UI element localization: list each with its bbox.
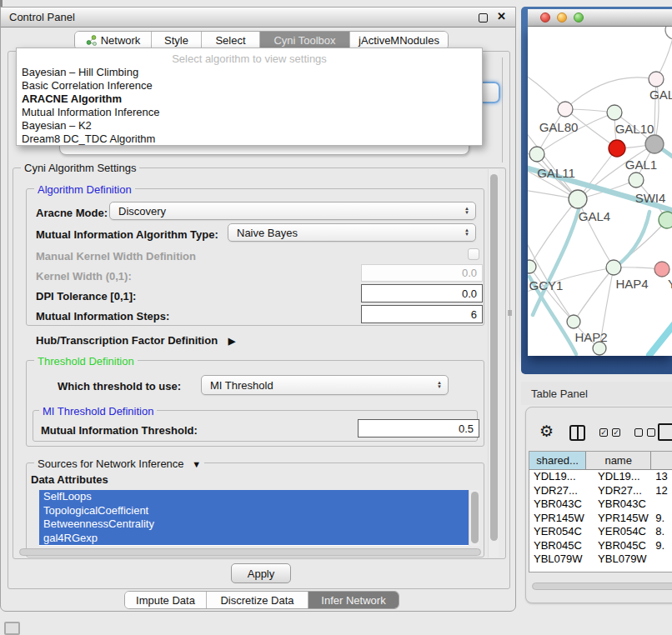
minimize-traffic-light[interactable] bbox=[557, 12, 567, 22]
network-edge[interactable] bbox=[533, 207, 579, 315]
mi-threshold-input[interactable]: 0.5 bbox=[358, 419, 479, 438]
table-cell: YLR345W bbox=[586, 567, 651, 569]
tab-cyni-toolbox[interactable]: Cyni Toolbox bbox=[260, 32, 350, 49]
network-node[interactable] bbox=[569, 190, 587, 208]
mi-type-select[interactable]: Naive Bayes ▲▼ bbox=[228, 223, 476, 242]
tab-select-label: Select bbox=[215, 34, 245, 47]
algorithm-option[interactable]: ARACNE Algorithm bbox=[17, 92, 482, 106]
tab-jactivemnodules[interactable]: jActiveMNodules bbox=[350, 32, 448, 49]
mi-type-value: Naive Bayes bbox=[237, 227, 298, 239]
column-header-name[interactable]: name bbox=[586, 452, 651, 469]
network-node[interactable] bbox=[607, 105, 622, 120]
network-node-label: SWI4 bbox=[635, 191, 666, 205]
deselect-all-checkbox-icon[interactable] bbox=[634, 428, 643, 437]
settings-vertical-scrollbar[interactable] bbox=[488, 169, 499, 558]
network-node[interactable] bbox=[629, 172, 644, 188]
tab-network-label: Network bbox=[101, 34, 141, 47]
mi-steps-input[interactable]: 6 bbox=[361, 305, 483, 323]
attributes-scrollbar-thumb[interactable] bbox=[471, 492, 479, 543]
network-node[interactable] bbox=[659, 212, 672, 228]
tab-select[interactable]: Select bbox=[202, 32, 260, 49]
dock-panel-icon[interactable] bbox=[4, 622, 20, 635]
tab-style-label: Style bbox=[164, 34, 188, 47]
sources-group-title[interactable]: Sources for Network Inference ▼ bbox=[34, 458, 204, 470]
network-edge[interactable] bbox=[528, 128, 578, 199]
table-row[interactable]: YER054CYER054C8. bbox=[529, 525, 672, 539]
settings-horizontal-scrollbar[interactable] bbox=[19, 548, 481, 556]
network-node-label: GAL11 bbox=[537, 166, 575, 180]
network-node[interactable] bbox=[606, 260, 621, 275]
algorithm-option[interactable]: Dream8 DC_TDC Algorithm bbox=[17, 132, 482, 146]
column-header-partial[interactable] bbox=[651, 452, 672, 469]
table-row[interactable]: YBR045CYBR045C9. bbox=[529, 539, 672, 553]
table-row[interactable]: YPR145WYPR145W9. bbox=[529, 512, 672, 526]
select-all-checkbox-icon[interactable]: ✓ bbox=[599, 428, 608, 437]
tab-infer-network[interactable]: Infer Network bbox=[308, 592, 399, 608]
network-node[interactable] bbox=[654, 262, 669, 277]
algorithm-combo-fragment[interactable] bbox=[483, 82, 500, 103]
table-row[interactable]: YBL079WYBL079W bbox=[529, 552, 672, 567]
algorithm-option[interactable]: Basic Correlation Inference bbox=[17, 79, 482, 92]
algorithm-option[interactable]: Bayesian – K2 bbox=[17, 119, 482, 132]
network-node[interactable] bbox=[558, 102, 573, 117]
network-node[interactable] bbox=[567, 315, 580, 328]
network-node[interactable] bbox=[609, 140, 625, 157]
network-node[interactable] bbox=[528, 260, 536, 273]
network-edge[interactable] bbox=[565, 78, 656, 109]
kernel-width-input[interactable]: 0.0 bbox=[361, 264, 483, 282]
column-header-shared-name[interactable]: shared... bbox=[529, 452, 586, 469]
tab-impute-data[interactable]: Impute Data bbox=[125, 592, 207, 608]
select-all-checkbox-icon[interactable]: ✓ bbox=[612, 428, 620, 437]
settings-scrollbar-thumb[interactable] bbox=[490, 174, 498, 541]
attributes-list-scrollbar[interactable] bbox=[469, 490, 479, 546]
table-horizontal-scrollbar[interactable] bbox=[532, 582, 672, 590]
hub-definition-toggle[interactable]: Hub/Transcription Factor Definition ▶ bbox=[36, 334, 235, 347]
data-attributes-label: Data Attributes bbox=[31, 473, 108, 486]
table-cell: YPR145W bbox=[529, 512, 586, 526]
aracne-mode-value: Discovery bbox=[118, 205, 166, 218]
algorithm-option[interactable]: Bayesian – Hill Climbing bbox=[17, 66, 482, 79]
attribute-item-selected[interactable]: SelfLoops bbox=[39, 490, 469, 504]
table-panel-title: Table Panel bbox=[531, 388, 588, 400]
dpi-tolerance-input[interactable]: 0.0 bbox=[361, 284, 483, 302]
apply-button[interactable]: Apply bbox=[231, 563, 291, 583]
table-cell: YBL079W bbox=[586, 552, 651, 567]
aracne-mode-select[interactable]: Discovery ▲▼ bbox=[109, 202, 476, 220]
network-canvas[interactable]: GALGAL80GAL10GAL1GAL11SWI4GAL4GCY1HAP4YH… bbox=[528, 27, 672, 356]
close-traffic-light[interactable] bbox=[540, 12, 550, 22]
deselect-all-checkbox-icon[interactable] bbox=[647, 428, 655, 437]
table-cell: 9. bbox=[651, 539, 672, 553]
zoom-traffic-light[interactable] bbox=[574, 12, 584, 22]
tab-style[interactable]: Style bbox=[152, 32, 202, 49]
tab-network[interactable]: Network bbox=[75, 32, 152, 49]
table-row[interactable]: YDR27...YDR27...12 bbox=[529, 484, 672, 498]
function-builder-icon[interactable] bbox=[658, 423, 672, 441]
gear-icon[interactable]: ⚙ bbox=[539, 422, 554, 441]
which-threshold-select[interactable]: MI Threshold ▲▼ bbox=[201, 375, 449, 395]
network-edge[interactable] bbox=[574, 268, 614, 322]
table-row[interactable]: YDL19...YDL19...13 bbox=[529, 470, 672, 484]
close-icon[interactable]: ✕ bbox=[497, 10, 506, 22]
dropdown-prompt: Select algorithm to view settings bbox=[17, 52, 482, 66]
algorithm-dropdown-popup: Select algorithm to view settings Bayesi… bbox=[16, 48, 483, 146]
network-window-titlebar[interactable] bbox=[528, 9, 672, 27]
network-node[interactable] bbox=[529, 147, 544, 162]
network-edge[interactable] bbox=[649, 322, 672, 355]
attribute-item-selected[interactable]: BetweennessCentrality bbox=[39, 518, 469, 532]
table-row[interactable]: YBR043CYBR043C bbox=[529, 498, 672, 512]
manual-kernel-checkbox[interactable] bbox=[468, 248, 479, 260]
table-row[interactable]: YLR345WYLR345W9. bbox=[529, 567, 672, 569]
columns-icon[interactable] bbox=[569, 425, 585, 441]
tab-discretize-data[interactable]: Discretize Data bbox=[207, 592, 308, 608]
attribute-item-selected[interactable]: gal4RGexp bbox=[39, 532, 469, 546]
control-panel-window: Control Panel ✕ Network Style Select bbox=[0, 7, 516, 612]
attribute-item-selected[interactable]: TopologicalCoefficient bbox=[39, 504, 469, 518]
network-node[interactable] bbox=[645, 135, 664, 153]
aracne-mode-label: Aracne Mode: bbox=[36, 207, 108, 219]
float-panel-icon[interactable] bbox=[479, 13, 488, 22]
data-attributes-list[interactable]: SelfLoopsTopologicalCoefficientBetweenne… bbox=[39, 490, 469, 546]
algorithm-option[interactable]: Mutual Information Inference bbox=[17, 106, 482, 119]
network-node[interactable] bbox=[649, 72, 664, 87]
network-node[interactable] bbox=[665, 27, 672, 39]
network-edge[interactable] bbox=[617, 212, 649, 266]
